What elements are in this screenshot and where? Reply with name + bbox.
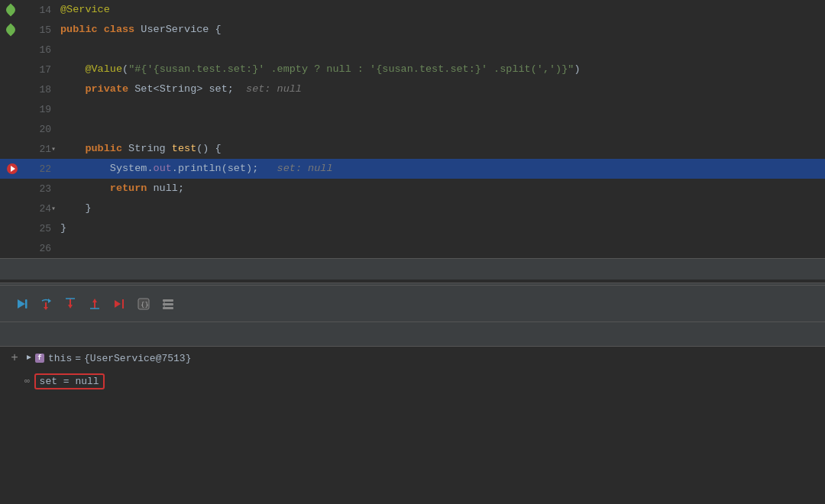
code-line-26: 26	[0, 238, 825, 258]
svg-rect-15	[163, 299, 173, 302]
line-content-21: public String test() {	[57, 139, 825, 159]
editor-footer	[0, 258, 825, 279]
line-number-24: 24	[39, 203, 51, 215]
frames-btn[interactable]	[157, 293, 179, 315]
line-gutter-26: 26	[0, 238, 57, 258]
line-content-22: System.out.println(set); set: null	[57, 159, 825, 179]
line-number-14: 14	[39, 5, 51, 16]
line-gutter-21: ▾21	[0, 139, 57, 159]
variables-panel[interactable]: + f this = {UserService@7513} ∞ set = nu…	[0, 347, 825, 438]
line-gutter-22: 22	[0, 159, 57, 179]
variables-header	[0, 322, 825, 347]
line-content-17: @Value("#{'{susan.test.set:}' .empty ? n…	[57, 60, 825, 79]
svg-rect-1	[25, 299, 28, 309]
line-number-26: 26	[39, 243, 51, 254]
line-gutter-16: 16	[0, 40, 57, 60]
line-number-21: 21	[39, 144, 51, 155]
code-line-17: 17 @Value("#{'{susan.test.set:}' .empty …	[0, 60, 825, 79]
var-null-box: set = null	[34, 373, 105, 389]
line-content-23: return null;	[57, 179, 825, 199]
code-line-23: 23 return null;	[0, 179, 825, 199]
line-gutter-18: 18	[0, 79, 57, 99]
line-content-18: private Set<String> set; set: null	[57, 79, 825, 99]
line-gutter-25: 25	[0, 218, 57, 238]
code-line-21: ▾21 public String test() {	[0, 139, 825, 159]
expand-chevron[interactable]	[26, 354, 32, 363]
line-number-20: 20	[39, 124, 51, 135]
var-name: this	[48, 353, 72, 364]
line-number-22: 22	[39, 163, 51, 175]
svg-text:{}: {}	[141, 301, 149, 309]
fold-start-icon[interactable]: ▾	[51, 144, 56, 153]
breakpoint-icon[interactable]	[6, 163, 18, 175]
line-number-16: 16	[39, 44, 51, 56]
step-out-btn[interactable]	[84, 293, 105, 315]
line-number-15: 15	[39, 24, 51, 36]
line-gutter-14: 14	[0, 0, 57, 20]
line-gutter-20: 20	[0, 119, 57, 139]
var-eq: =	[75, 353, 81, 364]
line-gutter-17: 17	[0, 60, 57, 79]
line-number-18: 18	[39, 84, 51, 95]
line-gutter-23: 23	[0, 179, 57, 199]
run-to-cursor-btn[interactable]	[108, 293, 130, 315]
line-number-25: 25	[39, 223, 51, 234]
svg-marker-0	[18, 299, 25, 309]
line-content-15: public class UserService {	[57, 20, 825, 40]
editor-area: 14@Service15public class UserService {16…	[0, 0, 825, 283]
code-lines: 14@Service15public class UserService {16…	[0, 0, 825, 258]
resume-btn[interactable]	[11, 293, 32, 315]
code-line-18: 18 private Set<String> set; set: null	[0, 79, 825, 99]
line-number-19: 19	[39, 104, 51, 115]
code-line-20: 20	[0, 119, 825, 139]
line-content-14: @Service	[57, 0, 825, 20]
code-line-22: 22 System.out.println(set); set: null	[0, 159, 825, 179]
line-gutter-15: 15	[0, 20, 57, 40]
code-line-19: 19	[0, 99, 825, 119]
svg-marker-11	[115, 300, 121, 308]
svg-marker-6	[68, 305, 73, 309]
line-content-24: }	[57, 199, 825, 218]
code-line-25: 25}	[0, 218, 825, 238]
svg-marker-4	[44, 307, 48, 310]
variable-item-this-var[interactable]: + f this = {UserService@7513}	[0, 347, 825, 370]
add-watch-btn[interactable]: +	[6, 350, 23, 367]
code-line-14: 14@Service	[0, 0, 825, 20]
fold-start-icon[interactable]: ▾	[51, 204, 56, 213]
var-type-icon: f	[35, 354, 44, 363]
line-number-23: 23	[39, 183, 51, 195]
svg-marker-2	[48, 299, 51, 303]
spring-leaf-icon	[5, 4, 17, 16]
svg-rect-17	[163, 307, 173, 309]
step-over-btn[interactable]	[35, 293, 57, 315]
debug-toolbar: {}	[0, 286, 825, 322]
step-into-btn[interactable]	[60, 293, 81, 315]
svg-marker-9	[92, 299, 97, 302]
variable-item-set-var[interactable]: ∞ set = null	[0, 370, 825, 393]
line-number-17: 17	[39, 64, 51, 76]
evaluate-btn[interactable]: {}	[133, 293, 154, 315]
code-line-16: 16	[0, 40, 825, 60]
var-loop-icon: ∞	[24, 376, 30, 386]
svg-marker-19	[27, 355, 31, 360]
code-line-24: ▾24 }	[0, 199, 825, 218]
line-gutter-24: ▾24	[0, 199, 57, 218]
bottom-section: {} + f this = {UserService@7513} ∞ set =…	[0, 286, 825, 438]
line-gutter-19: 19	[0, 99, 57, 119]
code-line-15: 15public class UserService {	[0, 20, 825, 40]
var-value: {UserService@7513}	[84, 353, 191, 364]
line-content-25: }	[57, 218, 825, 238]
spring-leaf-icon	[5, 24, 17, 36]
